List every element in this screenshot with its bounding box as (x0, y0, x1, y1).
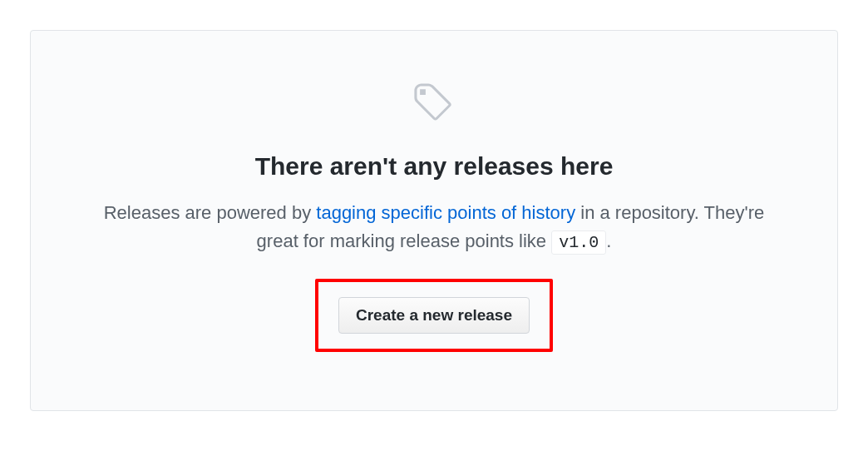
version-code-example: v1.0 (551, 230, 606, 255)
annotation-highlight: Create a new release (315, 279, 553, 352)
desc-text-end: . (606, 230, 611, 251)
releases-blankslate: There aren't any releases here Releases … (30, 30, 838, 411)
tag-icon (412, 81, 456, 129)
blankslate-description: Releases are powered by tagging specific… (97, 199, 771, 255)
desc-text-before: Releases are powered by (104, 202, 317, 223)
blankslate-heading: There aren't any releases here (97, 152, 771, 181)
tagging-link[interactable]: tagging specific points of history (316, 202, 575, 223)
create-release-button[interactable]: Create a new release (338, 297, 530, 334)
